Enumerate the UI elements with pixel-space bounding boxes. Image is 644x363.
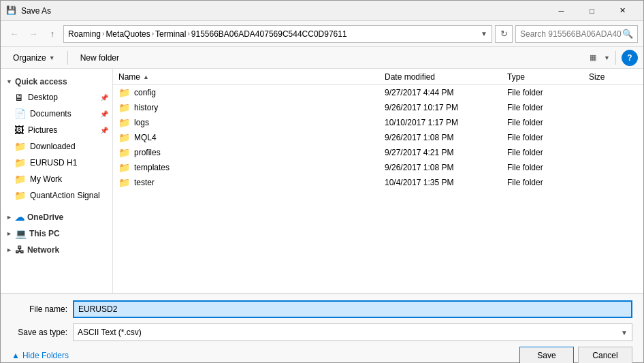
help-button[interactable]: ? bbox=[622, 50, 638, 66]
file-list-header: Name ▲ Date modified Type Size bbox=[113, 69, 643, 85]
sidebar-item-downloaded[interactable]: 📁 Downloaded bbox=[1, 138, 112, 155]
refresh-button[interactable]: ↻ bbox=[495, 25, 513, 43]
pictures-pin-icon: 📌 bbox=[100, 127, 108, 134]
savetype-dropdown-arrow-icon: ▼ bbox=[621, 329, 628, 336]
col-header-date[interactable]: Date modified bbox=[382, 69, 504, 84]
file-name-templates: 📁 templates bbox=[116, 162, 382, 173]
search-icon: 🔍 bbox=[622, 29, 633, 39]
file-name-history: 📁 history bbox=[116, 102, 382, 113]
bottom-buttons: ▲ Hide Folders Save Cancel bbox=[12, 347, 632, 363]
table-row[interactable]: 📁 history 9/26/2017 10:17 PM File folder bbox=[113, 100, 643, 115]
downloaded-icon: 📁 bbox=[14, 141, 26, 152]
file-type-profiles: File folder bbox=[504, 148, 586, 157]
sidebar-item-quantaction[interactable]: 📁 QuantAction Signal bbox=[1, 187, 112, 204]
file-date-mql4: 9/26/2017 1:08 PM bbox=[382, 133, 504, 142]
documents-icon: 📄 bbox=[14, 108, 26, 119]
folder-icon: 📁 bbox=[118, 147, 130, 158]
desktop-label: Desktop bbox=[28, 93, 58, 102]
onedrive-chevron-icon: ► bbox=[6, 214, 12, 221]
file-type-logs: File folder bbox=[504, 118, 586, 127]
path-metaquotes: MetaQuotes bbox=[106, 29, 150, 39]
pictures-label: Pictures bbox=[28, 125, 57, 135]
cancel-button[interactable]: Cancel bbox=[578, 347, 632, 363]
hide-folders-arrow-icon: ▲ bbox=[12, 351, 20, 360]
quick-access-header[interactable]: ▼ Quick access bbox=[1, 74, 112, 89]
sidebar-item-mywork[interactable]: 📁 My Work bbox=[1, 171, 112, 187]
desktop-icon: 🖥 bbox=[14, 92, 24, 103]
search-input[interactable] bbox=[520, 29, 622, 39]
address-bar: ← → ↑ Roaming › MetaQuotes › Terminal › … bbox=[1, 21, 643, 47]
path-folder: 915566BA06ADA407569C544CC0D97611 bbox=[191, 29, 347, 39]
content-area: Name ▲ Date modified Type Size 📁 bbox=[113, 69, 643, 293]
new-folder-button[interactable]: New folder bbox=[74, 50, 126, 66]
maximize-button[interactable]: □ bbox=[577, 1, 607, 21]
table-row[interactable]: 📁 profiles 9/27/2017 4:21 PM File folder bbox=[113, 145, 643, 160]
downloaded-label: Downloaded bbox=[30, 142, 76, 151]
onedrive-header[interactable]: ► ☁ OneDrive bbox=[1, 209, 112, 225]
folder-icon: 📁 bbox=[118, 162, 130, 173]
main-area: ▼ Quick access 🖥 Desktop 📌 📄 Documents 📌… bbox=[1, 69, 643, 293]
window-title: Save As bbox=[21, 6, 546, 16]
toolbar-separator2 bbox=[615, 51, 616, 65]
documents-pin-icon: 📌 bbox=[100, 110, 108, 118]
save-button[interactable]: Save bbox=[519, 347, 574, 363]
col-header-name[interactable]: Name ▲ bbox=[116, 69, 382, 84]
table-row[interactable]: 📁 templates 9/26/2017 1:08 PM File folde… bbox=[113, 160, 643, 175]
col-header-type[interactable]: Type bbox=[504, 69, 586, 84]
mywork-icon: 📁 bbox=[14, 174, 26, 185]
toolbar: Organize ▼ New folder ▦ ▼ ? bbox=[1, 47, 643, 69]
quantaction-icon: 📁 bbox=[14, 190, 26, 201]
folder-icon: 📁 bbox=[118, 87, 130, 98]
minimize-button[interactable]: ─ bbox=[546, 1, 577, 21]
back-button[interactable]: ← bbox=[6, 26, 22, 42]
network-header[interactable]: ► 🖧 Network bbox=[1, 242, 112, 258]
file-type-history: File folder bbox=[504, 103, 586, 112]
forward-button[interactable]: → bbox=[25, 26, 42, 42]
close-button[interactable]: ✕ bbox=[607, 1, 638, 21]
file-date-templates: 9/26/2017 1:08 PM bbox=[382, 163, 504, 172]
savetype-row: Save as type: ASCII Text (*.csv) ▼ bbox=[12, 323, 632, 341]
filename-row: File name: EURUSD2 bbox=[12, 300, 632, 318]
mywork-label: My Work bbox=[30, 174, 62, 184]
desktop-pin-icon: 📌 bbox=[100, 94, 108, 101]
eurusd-label: EURUSD H1 bbox=[30, 158, 77, 168]
sidebar-item-desktop[interactable]: 🖥 Desktop 📌 bbox=[1, 89, 112, 106]
view-options-button[interactable]: ▦ bbox=[585, 50, 601, 66]
table-row[interactable]: 📁 config 9/27/2017 4:44 PM File folder bbox=[113, 85, 643, 100]
table-row[interactable]: 📁 MQL4 9/26/2017 1:08 PM File folder bbox=[113, 130, 643, 145]
sort-arrow-icon: ▲ bbox=[143, 74, 149, 80]
folder-icon: 📁 bbox=[118, 132, 130, 143]
sidebar-item-eurusd[interactable]: 📁 EURUSD H1 bbox=[1, 155, 112, 171]
table-row[interactable]: 📁 logs 10/10/2017 1:17 PM File folder bbox=[113, 115, 643, 130]
organize-chevron-icon: ▼ bbox=[49, 54, 55, 61]
path-dropdown-arrow[interactable]: ▼ bbox=[481, 30, 487, 37]
col-header-size[interactable]: Size bbox=[586, 69, 641, 84]
filename-input[interactable] bbox=[73, 300, 632, 318]
up-button[interactable]: ↑ bbox=[44, 26, 61, 42]
file-date-profiles: 9/27/2017 4:21 PM bbox=[382, 148, 504, 157]
file-name-config: 📁 config bbox=[116, 87, 382, 98]
savetype-label: Save as type: bbox=[12, 328, 73, 337]
documents-label: Documents bbox=[30, 109, 71, 119]
table-row[interactable]: 📁 tester 10/4/2017 1:35 PM File folder bbox=[113, 175, 643, 190]
savetype-select[interactable]: ASCII Text (*.csv) ▼ bbox=[73, 323, 632, 341]
bottom-area: File name: EURUSD2 Save as type: ASCII T… bbox=[1, 293, 643, 362]
sidebar-item-documents[interactable]: 📄 Documents 📌 bbox=[1, 106, 112, 122]
file-name-tester: 📁 tester bbox=[116, 177, 382, 188]
hide-folders-button[interactable]: ▲ Hide Folders bbox=[12, 351, 515, 360]
filename-label: File name: bbox=[12, 304, 73, 314]
address-path[interactable]: Roaming › MetaQuotes › Terminal › 915566… bbox=[63, 25, 492, 43]
network-label: Network bbox=[27, 245, 59, 255]
file-name-profiles: 📁 profiles bbox=[116, 147, 382, 158]
organize-button[interactable]: Organize ▼ bbox=[6, 50, 62, 66]
onedrive-cloud-icon: ☁ bbox=[15, 212, 25, 223]
save-as-dialog: 💾 Save As ─ □ ✕ ← → ↑ Roaming › MetaQuot… bbox=[0, 0, 644, 363]
sidebar-item-pictures[interactable]: 🖼 Pictures 📌 bbox=[1, 122, 112, 138]
file-name-logs: 📁 logs bbox=[116, 117, 382, 128]
view-dropdown-arrow[interactable]: ▼ bbox=[604, 54, 610, 61]
file-date-tester: 10/4/2017 1:35 PM bbox=[382, 178, 504, 187]
quick-access-chevron-icon: ▼ bbox=[6, 78, 12, 85]
thispc-header[interactable]: ► 💻 This PC bbox=[1, 225, 112, 242]
hide-folders-label: Hide Folders bbox=[22, 351, 69, 360]
file-date-config: 9/27/2017 4:44 PM bbox=[382, 88, 504, 97]
